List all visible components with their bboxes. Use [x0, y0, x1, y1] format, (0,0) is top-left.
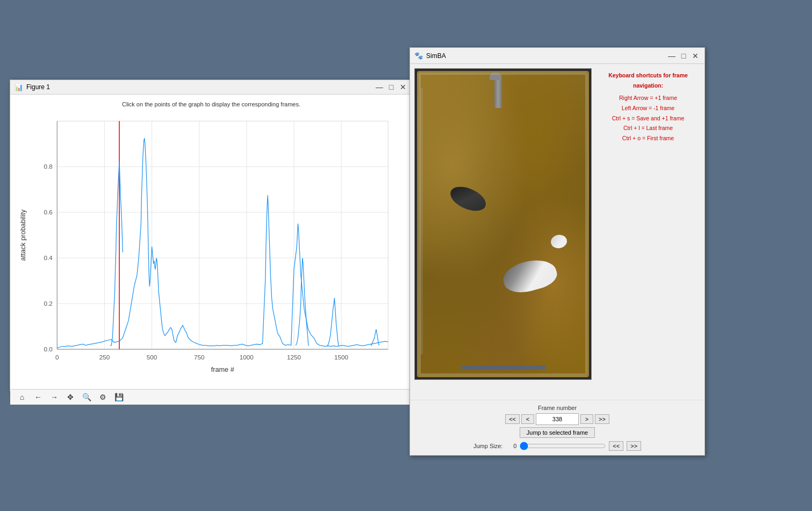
simba-window-controls: — □ ✕ [667, 51, 700, 61]
cage-wall-left [420, 88, 423, 354]
svg-text:0.0: 0.0 [44, 346, 53, 352]
simba-maximize-button[interactable]: □ [679, 51, 688, 61]
zoom-button[interactable]: 🔍 [79, 390, 94, 405]
shortcut-line-5: Ctrl + o = First frame [598, 133, 698, 143]
figure-close-button[interactable]: ✕ [398, 82, 408, 92]
simba-window: 🐾 SimBA — □ ✕ [409, 47, 705, 456]
cage-bottom-label [461, 365, 545, 370]
simba-top-area: Keyboard shortcuts for frame navigation:… [410, 64, 705, 400]
prev-frame-button[interactable]: < [521, 414, 534, 424]
simba-minimize-button[interactable]: — [667, 51, 677, 61]
simba-icon: 🐾 [414, 52, 423, 60]
jump-back-button[interactable]: << [609, 441, 623, 451]
chart-svg[interactable]: 0.0 0.2 0.4 0.6 0.8 0 250 500 750 1000 1… [15, 110, 408, 384]
cage-feeder-post [494, 78, 502, 108]
cage-bedding [419, 73, 587, 376]
simba-close-button[interactable]: ✕ [691, 51, 700, 61]
chart-title: Click on the points of the graph to disp… [122, 101, 300, 107]
simba-titlebar: 🐾 SimBA — □ ✕ [410, 48, 705, 64]
frame-number-input[interactable] [536, 413, 579, 425]
last-frame-button[interactable]: >> [595, 414, 609, 424]
jump-to-frame-button[interactable]: Jump to selected frame [520, 427, 595, 438]
jump-size-row: Jump Size: 0 << >> [473, 441, 641, 451]
figure-title-area: 📊 Figure 1 [15, 83, 50, 91]
jump-size-label: Jump Size: [473, 443, 502, 449]
svg-text:1000: 1000 [240, 354, 254, 361]
shortcut-line-4: Ctrl + l = Last frame [598, 123, 698, 133]
figure-maximize-button[interactable]: □ [386, 82, 396, 92]
shortcut-line-1: Right Arrow = +1 frame [598, 93, 698, 103]
pan-button[interactable]: ✥ [63, 390, 78, 405]
svg-text:1500: 1500 [334, 354, 348, 361]
shortcuts-panel: Keyboard shortcuts for frame navigation:… [596, 68, 700, 395]
svg-text:0.8: 0.8 [44, 163, 53, 170]
settings-button[interactable]: ⚙ [95, 390, 110, 405]
forward-button[interactable]: → [47, 390, 62, 405]
svg-text:750: 750 [194, 354, 205, 361]
back-button[interactable]: ← [31, 390, 46, 405]
svg-text:attack probability: attack probability [19, 209, 27, 261]
video-frame [414, 68, 592, 380]
figure-window: 📊 Figure 1 — □ ✕ Click on the points of … [10, 80, 413, 391]
svg-text:500: 500 [147, 354, 157, 361]
figure-titlebar: 📊 Figure 1 — □ ✕ [10, 80, 412, 95]
jump-forward-button[interactable]: >> [627, 441, 641, 451]
next-frame-button[interactable]: > [580, 414, 593, 424]
svg-text:frame #: frame # [211, 365, 235, 373]
svg-text:1250: 1250 [287, 354, 301, 361]
shortcut-line-2: Left Arrow = -1 frame [598, 103, 698, 113]
frame-nav-row: << < > >> [505, 413, 609, 425]
simba-content: Keyboard shortcuts for frame navigation:… [410, 64, 705, 455]
figure-toolbar: ⌂ ← → ✥ 🔍 ⚙ 💾 [10, 389, 412, 405]
save-button[interactable]: 💾 [111, 390, 126, 405]
home-button[interactable]: ⌂ [15, 390, 30, 405]
svg-rect-0 [57, 121, 388, 349]
cage-feeder-top [490, 73, 501, 80]
figure-icon: 📊 [15, 83, 23, 91]
figure-title-label: Figure 1 [26, 83, 50, 91]
cage-container [417, 71, 589, 377]
svg-text:0.6: 0.6 [44, 208, 53, 215]
jump-size-slider[interactable] [520, 442, 606, 450]
figure-window-controls: — □ ✕ [375, 82, 408, 92]
first-frame-button[interactable]: << [505, 414, 520, 424]
frame-controls: Frame number << < > >> Jump to selected … [410, 400, 705, 455]
simba-title-label: SimBA [426, 52, 446, 60]
frame-number-label: Frame number [538, 405, 577, 411]
shortcuts-header: Keyboard shortcuts for frame navigation: [598, 70, 698, 91]
simba-title-area: 🐾 SimBA [414, 52, 446, 60]
figure-content: Click on the points of the graph to disp… [10, 95, 412, 389]
svg-text:0.2: 0.2 [44, 300, 53, 307]
frame-number-row: Frame number << < > >> Jump to selected … [505, 405, 609, 438]
jump-size-value: 0 [506, 443, 516, 449]
svg-text:250: 250 [99, 354, 110, 361]
chart-container[interactable]: 0.0 0.2 0.4 0.6 0.8 0 250 500 750 1000 1… [15, 110, 408, 384]
svg-text:0.4: 0.4 [44, 254, 53, 261]
figure-minimize-button[interactable]: — [375, 82, 384, 92]
shortcut-line-3: Ctrl + s = Save and +1 frame [598, 113, 698, 124]
svg-text:0: 0 [55, 354, 59, 361]
